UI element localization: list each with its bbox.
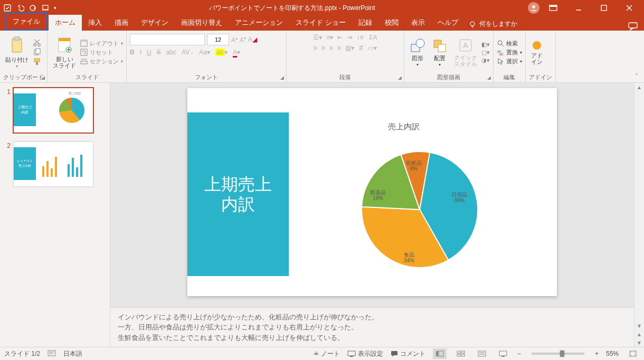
bullets-icon[interactable]: ☰▾: [313, 34, 322, 41]
fit-to-window-icon[interactable]: [626, 348, 640, 359]
font-family-combo[interactable]: [130, 34, 205, 45]
text-direction-icon[interactable]: ↧A: [368, 34, 377, 41]
collapse-ribbon-icon[interactable]: ˄: [629, 31, 644, 82]
language-label[interactable]: 日本語: [63, 349, 82, 358]
group-paragraph: ☰▾ ≡▾ ⇤ ⇥ ↕≡ ↧A ≡ ≡ ≡ ≡ ▥▾ ⇵ ▭▾ 段落◢: [287, 31, 404, 82]
new-slide-button[interactable]: 新しい スライド: [51, 35, 78, 70]
tab-review[interactable]: 校閲: [378, 15, 405, 31]
minimize-icon[interactable]: [567, 0, 590, 16]
tab-animations[interactable]: アニメーション: [229, 15, 289, 31]
justify-icon[interactable]: ≡: [337, 44, 341, 52]
tab-record[interactable]: 記録: [352, 15, 378, 31]
tab-slideshow[interactable]: スライド ショー: [289, 15, 352, 31]
layout-button[interactable]: レイアウト ▾: [80, 40, 123, 48]
format-painter-icon[interactable]: [33, 58, 41, 66]
dialog-launcher-icon[interactable]: ◢: [487, 73, 491, 82]
spellcheck-button[interactable]: [48, 350, 56, 357]
zoom-out-icon[interactable]: −: [517, 350, 521, 357]
comments-button[interactable]: コメント: [391, 349, 425, 358]
tab-view[interactable]: 表示: [405, 15, 431, 31]
find-button[interactable]: 検索: [497, 40, 518, 48]
account-avatar[interactable]: [528, 2, 539, 14]
tab-draw[interactable]: 描画: [108, 15, 135, 31]
underline-button[interactable]: U: [147, 49, 151, 56]
columns-icon[interactable]: ▥▾: [345, 44, 354, 52]
align-text-icon[interactable]: ⇵: [358, 44, 364, 52]
prev-slide-icon[interactable]: ▲: [637, 330, 642, 338]
shapes-button[interactable]: 図形▾: [408, 37, 428, 68]
vertical-scrollbar[interactable]: ▲ ▼ ▲ ▼: [634, 83, 644, 347]
close-icon[interactable]: [618, 0, 641, 16]
start-from-beginning-icon[interactable]: [41, 4, 50, 12]
notes-button[interactable]: ≐ ノート: [314, 349, 340, 358]
slide-title-block[interactable]: 上期売上 内訳: [187, 112, 289, 276]
clear-formatting-icon[interactable]: A◢: [248, 36, 257, 43]
sorter-view-icon[interactable]: [454, 348, 468, 359]
paste-button[interactable]: 貼り付け ▾: [3, 35, 31, 70]
decrease-font-icon[interactable]: A▾: [240, 36, 246, 44]
normal-view-icon[interactable]: [433, 348, 447, 359]
shape-fill-icon[interactable]: ◧▾: [481, 41, 490, 48]
zoom-slider[interactable]: [532, 353, 584, 355]
slide-canvas[interactable]: 上期売上 内訳 売上内訳 日用品 39% 食品 34% 医薬品 19% 化粧品 …: [110, 83, 634, 307]
increase-indent-icon[interactable]: ⇥: [347, 34, 352, 41]
quick-styles-button[interactable]: A クイック スタイル: [452, 36, 479, 68]
tab-design[interactable]: デザイン: [135, 15, 175, 31]
shadow-button[interactable]: abc: [166, 49, 176, 56]
character-spacing-icon[interactable]: AV↔: [182, 49, 194, 56]
scroll-down-icon[interactable]: ▼: [637, 321, 642, 330]
italic-button[interactable]: I: [140, 49, 141, 56]
pie-chart[interactable]: 日用品 39% 食品 34% 医薬品 19% 化粧品 8%: [351, 141, 488, 278]
undo-icon[interactable]: [16, 4, 24, 12]
smartart-icon[interactable]: ▭▾: [368, 44, 377, 52]
shape-outline-icon[interactable]: ▢▾: [481, 49, 490, 56]
numbering-icon[interactable]: ≡▾: [326, 34, 333, 41]
comments-pane-icon[interactable]: [628, 22, 638, 31]
decrease-indent-icon[interactable]: ⇤: [337, 34, 343, 41]
increase-font-icon[interactable]: A▴: [231, 36, 238, 44]
copy-icon[interactable]: [33, 48, 41, 56]
reading-view-icon[interactable]: [475, 348, 489, 359]
tell-me-search[interactable]: 何をしますか: [465, 17, 522, 31]
slide-counter[interactable]: スライド 1/2: [4, 349, 40, 358]
dialog-launcher-icon[interactable]: ◢: [41, 73, 45, 82]
arrange-button[interactable]: 配置▾: [430, 37, 450, 68]
maximize-icon[interactable]: [592, 0, 615, 16]
font-size-combo[interactable]: [207, 34, 229, 45]
strikethrough-button[interactable]: S: [157, 49, 161, 56]
section-button[interactable]: セクション ▾: [80, 58, 123, 65]
zoom-in-icon[interactable]: +: [595, 350, 599, 357]
thumbnail-1[interactable]: 1 上期売上内訳 売上内訳: [4, 88, 106, 132]
tab-help[interactable]: ヘルプ: [431, 15, 465, 31]
font-color-icon[interactable]: A▾: [233, 49, 240, 56]
scroll-up-icon[interactable]: ▲: [637, 83, 642, 91]
cut-icon[interactable]: [33, 39, 41, 47]
shape-effects-icon[interactable]: ◑▾: [481, 57, 490, 64]
align-center-icon[interactable]: ≡: [321, 44, 325, 52]
addins-button[interactable]: アド イン: [529, 39, 545, 66]
tab-home[interactable]: ホーム: [49, 15, 82, 31]
line-spacing-icon[interactable]: ↕≡: [356, 34, 363, 41]
tab-insert[interactable]: 挿入: [82, 15, 108, 31]
slideshow-view-icon[interactable]: [496, 348, 510, 359]
next-slide-icon[interactable]: ▼: [637, 338, 642, 347]
ribbon-display-options-icon[interactable]: [542, 0, 565, 16]
align-right-icon[interactable]: ≡: [329, 44, 333, 52]
zoom-level[interactable]: 55%: [606, 350, 619, 357]
tab-transitions[interactable]: 画面切り替え: [175, 15, 229, 31]
align-left-icon[interactable]: ≡: [314, 44, 317, 52]
select-button[interactable]: 選択 ▾: [497, 58, 522, 65]
display-settings-button[interactable]: 表示設定: [347, 349, 383, 358]
replace-button[interactable]: abac置換 ▾: [497, 49, 522, 56]
redo-icon[interactable]: [29, 4, 37, 12]
dialog-launcher-icon[interactable]: ◢: [280, 73, 284, 82]
reset-button[interactable]: リセット: [80, 49, 113, 56]
thumbnail-2[interactable]: 2 レイアウト 売上比較: [4, 142, 106, 186]
tab-file[interactable]: ファイル: [5, 13, 48, 31]
dialog-launcher-icon[interactable]: ◢: [398, 73, 402, 82]
change-case-icon[interactable]: Aa▾: [199, 49, 210, 56]
notes-pane[interactable]: インバウンドによる売り上げが少なかったため、化粧品の売り上げが伸びなかった。 一…: [110, 307, 634, 347]
autosave-icon[interactable]: [3, 4, 12, 12]
highlight-icon[interactable]: ab▾: [215, 49, 228, 56]
bold-button[interactable]: B: [130, 49, 135, 56]
